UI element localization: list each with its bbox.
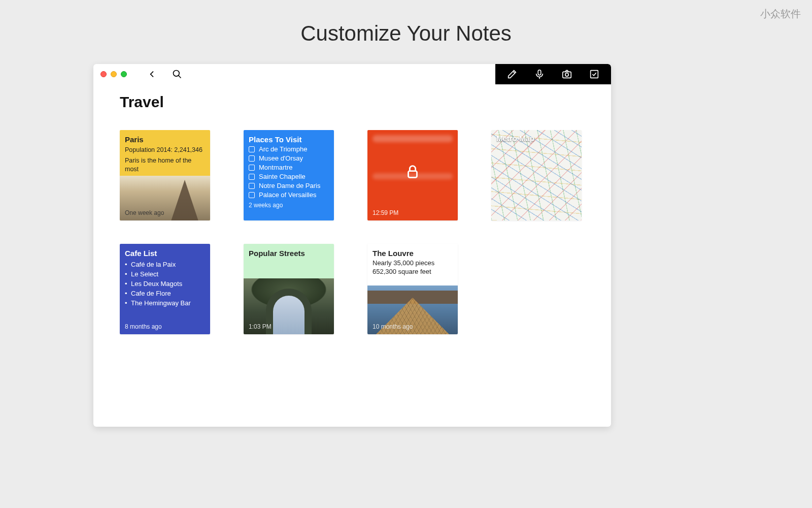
list-item: Le Select xyxy=(125,269,205,279)
note-card-locked[interactable]: 12:59 PM xyxy=(367,130,458,220)
card-title: The Louvre xyxy=(373,249,453,258)
note-card-cafe[interactable]: Cafe List Café de la Paix Le Select Les … xyxy=(120,244,210,334)
checklist-label: Arc de Triomphe xyxy=(259,145,307,153)
card-image xyxy=(491,130,582,220)
card-body-line: 652,300 square feet xyxy=(373,268,453,275)
card-timestamp: 1:03 PM xyxy=(249,323,272,330)
blurred-title xyxy=(373,135,453,142)
checkbox-icon xyxy=(249,174,255,180)
list-item: The Hemingway Bar xyxy=(125,298,205,308)
page-heading: Customize Your Notes xyxy=(0,21,812,46)
checklist-label: Musee d'Orsay xyxy=(259,154,303,162)
eiffel-tower-icon xyxy=(171,180,199,220)
checkbox-icon xyxy=(249,183,255,189)
compose-icon xyxy=(506,69,518,80)
checklist-item: Arc de Triomphe xyxy=(249,145,329,153)
card-body-line: Paris is the home of the most xyxy=(125,156,205,174)
card-body-line: Population 2014: 2,241,346 xyxy=(125,146,205,154)
maximize-window-button[interactable] xyxy=(121,71,127,77)
svg-rect-2 xyxy=(538,70,541,75)
arch-icon xyxy=(266,289,312,334)
checkbox-icon xyxy=(249,192,255,198)
search-button[interactable] xyxy=(172,69,183,80)
search-icon xyxy=(172,69,182,79)
cafe-list: Café de la Paix Le Select Les Deux Magot… xyxy=(125,260,205,308)
app-window: Travel Paris Population 2014: 2,241,346 … xyxy=(93,64,611,427)
note-card-louvre[interactable]: The Louvre Nearly 35,000 pieces 652,300 … xyxy=(367,244,458,334)
content-area: Travel Paris Population 2014: 2,241,346 … xyxy=(93,84,611,350)
note-card-metro[interactable]: Metro Map xyxy=(491,130,582,220)
traffic-lights xyxy=(100,71,127,77)
back-icon xyxy=(148,70,156,78)
svg-rect-7 xyxy=(409,171,417,177)
card-timestamp: 10 months ago xyxy=(373,323,413,330)
svg-point-5 xyxy=(565,73,568,76)
card-title: Paris xyxy=(125,135,205,144)
note-card-paris[interactable]: Paris Population 2014: 2,241,346 Paris i… xyxy=(120,130,210,220)
checklist-item: Montmartre xyxy=(249,164,329,171)
checklist-icon xyxy=(589,69,600,80)
checklist-label: Montmartre xyxy=(259,164,292,171)
card-title: Popular Streets xyxy=(249,249,329,258)
toolbar-actions xyxy=(495,64,611,84)
checkbox-icon xyxy=(249,155,255,162)
back-button[interactable] xyxy=(147,69,157,79)
checklist-button[interactable] xyxy=(589,69,600,80)
notes-grid: Paris Population 2014: 2,241,346 Paris i… xyxy=(120,130,585,334)
list-item: Café de la Paix xyxy=(125,260,205,269)
close-window-button[interactable] xyxy=(100,71,107,77)
checkbox-icon xyxy=(249,146,255,152)
svg-rect-6 xyxy=(591,71,598,78)
checkbox-icon xyxy=(249,165,255,171)
svg-line-1 xyxy=(179,76,181,78)
voice-note-button[interactable] xyxy=(534,69,545,80)
checklist-item: Sainte Chapelle xyxy=(249,173,329,180)
checklist-label: Palace of Versailles xyxy=(259,191,316,199)
note-card-streets[interactable]: Popular Streets 1:03 PM xyxy=(244,244,334,334)
list-item: Cafe de Flore xyxy=(125,289,205,298)
card-body-line: Nearly 35,000 pieces xyxy=(373,259,453,267)
watermark-text: 小众软件 xyxy=(760,7,801,21)
checklist-item: Musee d'Orsay xyxy=(249,154,329,162)
checklist-item: Palace of Versailles xyxy=(249,191,329,199)
card-timestamp: 8 months ago xyxy=(125,323,162,330)
note-card-places[interactable]: Places To Visit Arc de Triomphe Musee d'… xyxy=(244,130,334,220)
card-timestamp: One week ago xyxy=(125,209,164,216)
card-title: Metro Map xyxy=(496,134,534,143)
lock-icon xyxy=(404,163,421,180)
card-timestamp: 2 weeks ago xyxy=(249,202,329,209)
microphone-icon xyxy=(534,69,545,80)
compose-button[interactable] xyxy=(506,69,518,80)
minimize-window-button[interactable] xyxy=(111,71,117,77)
list-item: Les Deux Magots xyxy=(125,279,205,289)
section-title: Travel xyxy=(120,93,585,111)
card-title: Places To Visit xyxy=(249,135,329,144)
card-timestamp: 12:59 PM xyxy=(373,209,398,216)
window-titlebar xyxy=(93,64,611,84)
card-title: Cafe List xyxy=(125,249,205,258)
checklist-item: Notre Dame de Paris xyxy=(249,182,329,189)
checklist-label: Notre Dame de Paris xyxy=(259,182,320,189)
checklist-label: Sainte Chapelle xyxy=(259,173,306,180)
camera-icon xyxy=(561,69,572,80)
camera-button[interactable] xyxy=(561,69,572,80)
svg-point-0 xyxy=(174,71,180,77)
